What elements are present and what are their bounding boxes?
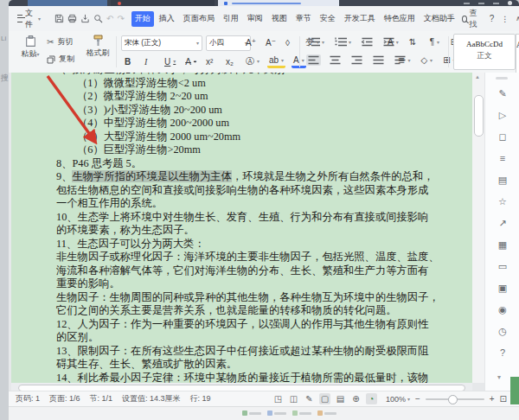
collapse-ribbon-button[interactable]: ∧ (516, 15, 519, 22)
ribbon-tab[interactable]: 开始 (131, 11, 154, 27)
help-button[interactable]: ? (490, 14, 495, 23)
zoom-slider[interactable] (426, 398, 484, 400)
zoom-level-button[interactable]: 100%▾ (386, 395, 410, 404)
view-mode-button[interactable]: ◳ (272, 393, 284, 404)
document-line[interactable]: 12、人为因子：作为一种重要的环境因子，以强调人的作用与其他生物有原则性 (56, 318, 452, 332)
zoom-in-button[interactable]: + (490, 394, 495, 404)
document-line[interactable]: 一个相互作用的系统。 (56, 197, 452, 211)
view-mode-button[interactable]: ◔ (366, 393, 377, 404)
font-name-combo[interactable]: 宋体 (正文)▾ (121, 35, 202, 51)
ribbon-tab[interactable]: 引用 (220, 11, 242, 27)
document-line[interactable]: （6）巨型浮游生物>20mm (56, 143, 452, 157)
document-line[interactable]: （4）中型浮游生物 200~2000 um (56, 117, 452, 130)
document-line[interactable]: 13、限制因子：在所有这些生态因子中任何接近或超过某种生物的耐受极限而阻 (56, 345, 452, 359)
panel-more-chevron-icon[interactable]: ▾ (497, 373, 501, 381)
view-mode-button[interactable]: ◫ (288, 393, 299, 404)
format-painter-button[interactable]: 格式刷 (83, 35, 112, 59)
document-line[interactable]: 非生物因子或称理化因子：海洋环境的主要非生物因子，包括光照、温度、盐度、 (56, 251, 452, 264)
ribbon-tab[interactable]: 插入 (156, 11, 178, 27)
vertical-scrollbar[interactable]: ▲ (472, 73, 484, 383)
document-line[interactable]: 8、P46 思考题 5。 (56, 157, 452, 171)
document-line[interactable]: 重要的影响。 (56, 277, 452, 291)
file-menu-button[interactable]: 文件 ▾ (14, 5, 44, 33)
font-tool-button[interactable]: ◊ (284, 37, 298, 48)
font-tool-button[interactable]: A⁻ (264, 37, 278, 48)
taskbar-item[interactable] (317, 410, 336, 416)
taskbar-item[interactable] (242, 410, 261, 416)
panel-icon[interactable]: ? (496, 347, 509, 358)
panel-icon[interactable]: ▷ (496, 110, 509, 120)
document-line[interactable]: 包括生物栖息的空间和直接或间接影响生物的各种环境因素，这些因素本身形成 (56, 184, 452, 198)
document-line[interactable]: 海流和各种溶解气体等，它们对海洋生物的分布、生长、繁殖和生产力等方面有 (56, 264, 452, 278)
align-left-button[interactable] (306, 54, 321, 66)
undo-button[interactable]: ↶ (106, 13, 113, 24)
panel-icon[interactable]: ◻ (496, 131, 509, 142)
zoom-out-button[interactable]: − (415, 394, 420, 404)
document-line[interactable]: 的环境要素，称为生态因子。 (56, 224, 452, 238)
document-line[interactable]: 碍其生存、生长、繁殖或扩散的因素。 (56, 358, 452, 372)
print-button[interactable] (67, 13, 77, 24)
panel-icon[interactable]: ▣ (496, 283, 509, 293)
redo-button[interactable]: ↷ (117, 13, 124, 24)
fit-page-button[interactable]: ⊡ (500, 394, 507, 404)
panel-icon[interactable]: ▤ (496, 175, 509, 185)
save-button[interactable] (54, 13, 64, 24)
panel-handle[interactable] (496, 77, 508, 80)
format-button[interactable]: ab▾ (267, 54, 285, 68)
format-button[interactable]: U▾ (163, 56, 177, 67)
ribbon-tab[interactable]: 章节 (292, 11, 315, 27)
document-line[interactable]: 它们之间的关系主要是营养关系，也就是能量的转移和物质的转化问题。 (56, 304, 452, 318)
format-button[interactable]: Ⓐ▾ (244, 54, 261, 68)
document-line[interactable]: 的区别。 (56, 331, 452, 345)
taskbar-item[interactable] (292, 410, 311, 416)
font-tool-button[interactable]: A⁺ (244, 37, 258, 48)
justify-button[interactable] (371, 54, 386, 66)
style-gallery-item-normal[interactable]: AaBbCcDd 正文 (453, 34, 516, 70)
paste-button[interactable]: 粘贴▾ (17, 35, 43, 60)
document-line[interactable]: （1）微微型浮游生物<2 um (56, 77, 452, 91)
window-tab-2[interactable] (111, 0, 215, 6)
style-gallery-item-next[interactable]: Aa (516, 34, 519, 75)
ribbon-tab[interactable]: 视图 (268, 11, 291, 27)
panel-icon[interactable]: ☆ (496, 196, 509, 207)
scroll-up-icon[interactable]: ▲ (475, 74, 480, 80)
copy-button[interactable]: 复制 (47, 54, 74, 65)
panel-icon[interactable]: ↗ (496, 218, 509, 228)
format-button[interactable]: A▾ (183, 56, 198, 67)
view-mode-button[interactable]: ✎ (304, 393, 315, 404)
document-line[interactable]: （5）大型浮游生物 2000 um~20mm (56, 130, 452, 144)
paragraph-tool-button[interactable]: ◇▾ (419, 54, 434, 66)
ribbon-tab[interactable]: 文档助手 (420, 11, 458, 27)
numbered-list-button[interactable]: ▾ (333, 36, 353, 48)
panel-icon[interactable]: ◉ (496, 304, 509, 315)
view-mode-button[interactable]: ▤ (335, 393, 346, 404)
cut-button[interactable]: ✂ 剪切 (47, 36, 73, 48)
document-line[interactable]: （2）微型浮游生物 2~20 um (56, 90, 452, 104)
taskbar-item[interactable] (267, 410, 286, 416)
document-line[interactable]: 生物因子：生物周围的同种或异种的其他生物，各种生物互为环境中的生物因子， (56, 291, 452, 305)
paragraph-tool-button[interactable]: A▾ (386, 36, 400, 48)
align-right-button[interactable] (349, 54, 364, 66)
format-button[interactable]: x₂ (224, 56, 238, 67)
align-center-button[interactable] (328, 54, 343, 66)
find-button[interactable]: 查找 (458, 5, 483, 33)
paragraph-tool-button[interactable]: ⇅ (407, 36, 421, 48)
panel-icon[interactable]: ≡ (496, 153, 509, 163)
vertical-scrollbar-thumb[interactable] (474, 95, 484, 137)
paragraph-tool-button[interactable]: ¶▾ (428, 36, 442, 48)
panel-icon[interactable]: ▦ (496, 239, 509, 250)
panel-icon[interactable]: ✎ (496, 88, 509, 99)
document-page[interactable]: 7、按浮游生物的个体大小，可分为以下几个类别：（1）微微型浮游生物<2 um（2… (11, 73, 472, 383)
decrease-indent-button[interactable] (360, 36, 375, 48)
export-pdf-button[interactable] (80, 13, 90, 24)
more-menu-button[interactable]: ⋮ (501, 15, 509, 23)
window-tab-document[interactable] (218, 0, 339, 6)
document-line[interactable]: 9、生物学所指的环境是以生物为主体，环境就是生物之外所有自然条件的总和， (56, 170, 452, 184)
bullet-list-button[interactable]: ▾ (306, 36, 326, 48)
print-preview-button[interactable] (93, 13, 103, 24)
ribbon-tab[interactable]: 特色应用 (381, 11, 419, 27)
panel-icon[interactable]: ◷ (496, 326, 509, 336)
ribbon-tab[interactable]: 页面布局 (180, 11, 218, 27)
view-mode-button[interactable]: ▢ (319, 393, 330, 404)
document-line[interactable]: （3）)小型浮游生物 20~200 um (56, 104, 452, 118)
